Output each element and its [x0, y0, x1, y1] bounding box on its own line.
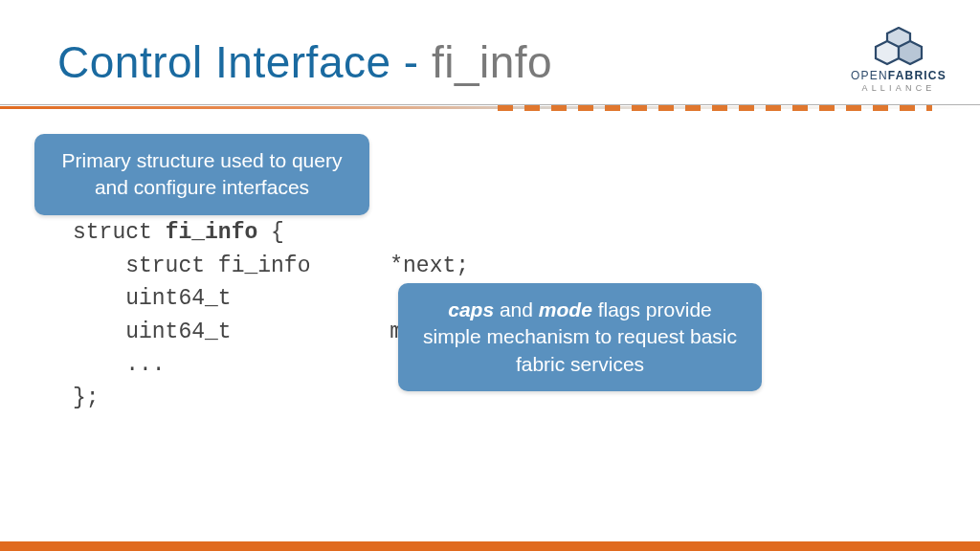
- svg-marker-1: [876, 41, 899, 64]
- logo-line1: OPENFABRICS: [846, 69, 951, 82]
- callout1-text: Primary structure used to query and conf…: [62, 149, 343, 198]
- svg-marker-2: [899, 41, 922, 64]
- callout-caps-mode: caps and mode flags provide simple mecha…: [398, 283, 762, 391]
- callout2-em2: mode: [539, 298, 592, 320]
- code-l1b: fi_info: [166, 220, 258, 245]
- slide-title: Control Interface - fi_info: [57, 36, 552, 88]
- callout2-mid1: and: [494, 298, 539, 320]
- openfabrics-logo: OPENFABRICS ALLIANCE: [846, 27, 951, 93]
- logo-line2: ALLIANCE: [846, 83, 951, 93]
- code-l2: struct fi_info *next;: [73, 253, 469, 278]
- bottom-accent-bar: [0, 541, 980, 551]
- callout-primary-structure: Primary structure used to query and conf…: [34, 134, 369, 215]
- code-l1a: struct: [73, 220, 166, 245]
- slide: Control Interface - fi_info OPENFABRICS …: [0, 0, 980, 551]
- code-l1c: {: [257, 220, 284, 245]
- callout2-em1: caps: [448, 298, 494, 320]
- code-l5: ...: [73, 352, 166, 377]
- logo-open: OPEN: [851, 69, 888, 82]
- title-secondary: fi_info: [432, 37, 552, 87]
- title-primary: Control Interface -: [57, 37, 432, 87]
- divider-band: [0, 101, 980, 115]
- logo-fabrics: FABRICS: [888, 69, 947, 82]
- code-l6: };: [73, 386, 100, 410]
- hexes-icon: [874, 27, 924, 67]
